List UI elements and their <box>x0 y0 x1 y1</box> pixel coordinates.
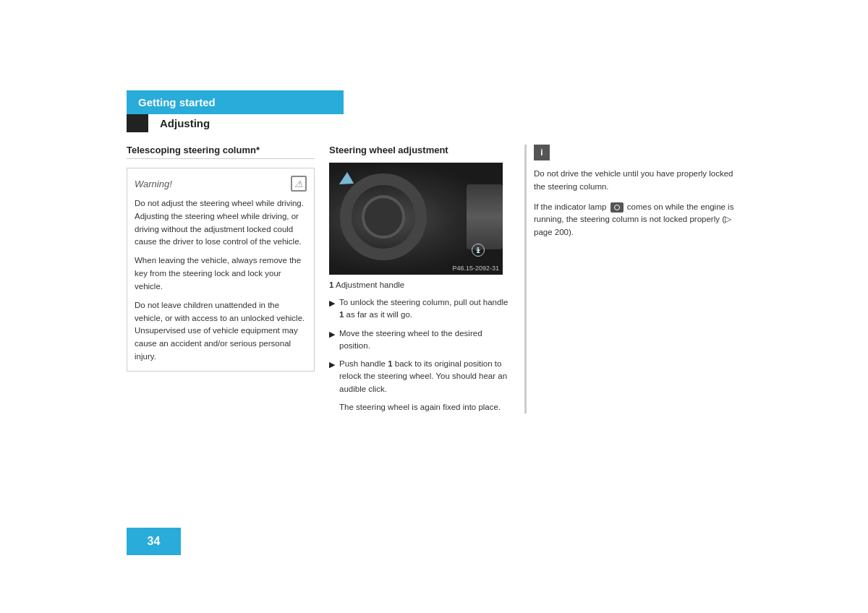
warning-text-2: When leaving the vehicle, always remove … <box>135 254 307 293</box>
handle-caption-text: Adjustment handle <box>336 280 404 289</box>
bullet-1-icon: ▶ <box>329 297 335 309</box>
indicator-lamp-icon <box>610 202 624 213</box>
note-text-2: If the indicator lamp comes on while the… <box>534 201 741 239</box>
note-icon: i <box>534 145 550 160</box>
page-container: Getting started Adjusting Telescoping st… <box>0 0 868 613</box>
instruction-2-text: Move the steering wheel to the desired p… <box>339 327 510 353</box>
instruction-1: ▶ To unlock the steering column, pull ou… <box>329 296 510 322</box>
page-number: 34 <box>148 535 161 548</box>
left-column: Telescoping steering column* Warning! ⚠ … <box>127 145 315 413</box>
steering-handle <box>467 184 503 249</box>
warning-header: Warning! ⚠ <box>135 176 307 192</box>
instruction-3: ▶ Push handle 1 back to its original pos… <box>329 358 510 395</box>
handle-caption: 1 Adjustment handle <box>329 280 510 289</box>
note-text-1: Do not drive the vehicle until you have … <box>534 168 741 194</box>
warning-text-3: Do not leave children unattended in the … <box>135 299 307 364</box>
header-adjusting: Adjusting <box>127 114 344 132</box>
content-area: Telescoping steering column* Warning! ⚠ … <box>127 145 741 413</box>
header-blue-bar: Getting started <box>127 90 344 114</box>
steering-image-sim: ◀ ◀ 1 P46.15-2092-31 <box>329 163 503 275</box>
middle-column: Steering wheel adjustment ◀ ◀ 1 P46.15-2… <box>329 145 510 413</box>
instruction-1-text: To unlock the steering column, pull out … <box>339 296 510 322</box>
bullet-2-icon: ▶ <box>329 328 335 340</box>
page-number-box: 34 <box>127 528 181 555</box>
steering-wheel-image: ◀ ◀ 1 P46.15-2092-31 <box>329 163 503 275</box>
instruction-2: ▶ Move the steering wheel to the desired… <box>329 327 510 353</box>
warning-triangle-icon: ⚠ <box>291 176 307 192</box>
image-label: P46.15-2092-31 <box>452 265 499 272</box>
conclusion-text: The steering wheel is again fixed into p… <box>339 401 510 413</box>
callout-1: 1 <box>472 244 485 257</box>
steering-wheel-hub <box>362 195 405 239</box>
instruction-3-text: Push handle 1 back to its original posit… <box>339 358 510 395</box>
right-column: i Do not drive the vehicle until you hav… <box>524 145 741 413</box>
header-section-title: Getting started <box>138 96 216 108</box>
warning-text-1: Do not adjust the steering wheel while d… <box>135 197 307 249</box>
header-subsection-title: Adjusting <box>160 117 210 129</box>
warning-box: Warning! ⚠ Do not adjust the steering wh… <box>127 168 315 372</box>
warning-label: Warning! <box>135 179 172 189</box>
callout-number-label: 1 <box>476 246 480 254</box>
note-icon-label: i <box>540 147 542 158</box>
bullet-3-icon: ▶ <box>329 359 335 371</box>
steering-title: Steering wheel adjustment <box>329 145 510 155</box>
header-section: Getting started Adjusting <box>127 90 344 132</box>
left-section-title: Telescoping steering column* <box>127 145 315 159</box>
